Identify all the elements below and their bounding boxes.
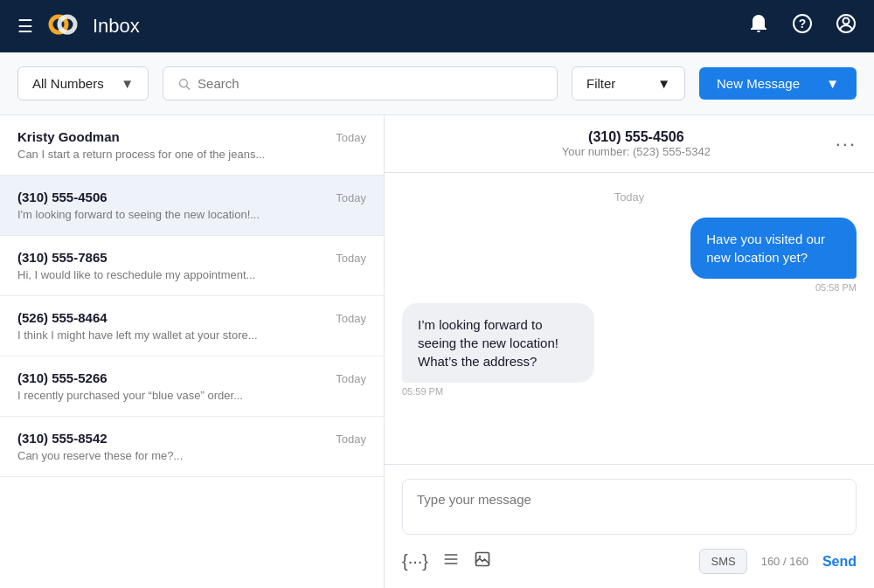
svg-text:?: ?: [799, 17, 807, 31]
conversation-time: Today: [336, 432, 366, 446]
all-numbers-dropdown[interactable]: All Numbers ▼: [17, 66, 149, 100]
svg-rect-10: [445, 563, 458, 564]
conversation-item[interactable]: (310) 555-5266 Today I recently purchase…: [0, 356, 384, 417]
conversation-name: (526) 555-8464: [17, 310, 108, 325]
sms-badge: SMS: [699, 549, 746, 574]
user-icon[interactable]: [836, 13, 857, 39]
chat-input-area: {···} SMS 160 / 1: [385, 464, 874, 588]
conversation-name: (310) 555-8542: [17, 431, 108, 446]
message-timestamp: 05:58 PM: [815, 282, 857, 293]
new-message-button[interactable]: New Message ▼: [699, 67, 857, 100]
filter-dropdown[interactable]: Filter ▼: [572, 66, 685, 100]
message-timestamp: 05:59 PM: [402, 386, 443, 397]
conversation-name: (310) 555-7865: [17, 250, 108, 265]
chat-panel: (310) 555-4506 Your number: (523) 555-53…: [385, 115, 874, 588]
chat-date-label: Today: [402, 190, 857, 204]
more-options-button[interactable]: ···: [836, 133, 857, 156]
image-icon[interactable]: [474, 550, 491, 572]
conversation-preview: Hi, I would like to reschedule my appoin…: [17, 268, 366, 281]
conversation-name: Kristy Goodman: [17, 129, 120, 144]
new-message-label: New Message: [717, 76, 800, 91]
app-title: Inbox: [93, 15, 140, 38]
toolbar: All Numbers ▼ Filter ▼ New Message ▼: [0, 52, 874, 115]
svg-point-12: [479, 556, 482, 558]
filter-chevron-icon: ▼: [657, 76, 670, 91]
conversation-time: Today: [336, 131, 366, 144]
conversation-name: (310) 555-5266: [17, 370, 108, 385]
conversation-item[interactable]: Kristy Goodman Today Can I start a retur…: [0, 115, 384, 176]
search-bar[interactable]: [163, 66, 558, 100]
conversation-item[interactable]: (310) 555-7865 Today Hi, I would like to…: [0, 236, 384, 296]
top-nav: ☰ Inbox ?: [0, 0, 874, 52]
svg-rect-8: [445, 554, 458, 556]
chat-your-number: Your number: (523) 555-5342: [437, 145, 836, 158]
message-input[interactable]: [402, 479, 857, 535]
conversation-item[interactable]: (310) 555-4506 Today I'm looking forward…: [0, 176, 384, 236]
message-bubble: Have you visited our new location yet?: [690, 218, 857, 279]
chat-messages: Today Have you visited our new location …: [385, 173, 874, 464]
list-icon[interactable]: [442, 550, 460, 572]
search-input[interactable]: [198, 76, 543, 91]
main-content: Kristy Goodman Today Can I start a retur…: [0, 115, 874, 588]
conversation-preview: Can I start a return process for one of …: [17, 148, 366, 161]
message-bubble: I’m looking forward to seeing the new lo…: [402, 303, 594, 383]
conversation-time: Today: [336, 372, 366, 385]
bell-icon[interactable]: [748, 13, 769, 39]
svg-line-7: [186, 86, 189, 88]
conversation-list: Kristy Goodman Today Can I start a retur…: [0, 115, 385, 588]
send-button[interactable]: Send: [822, 554, 857, 570]
message-row: Have you visited our new location yet?05…: [402, 218, 857, 293]
conversation-name: (310) 555-4506: [17, 190, 108, 204]
chevron-down-icon: ▼: [121, 76, 134, 91]
conversation-time: Today: [336, 252, 366, 265]
conversation-preview: Can you reserve these for me?...: [17, 449, 366, 462]
search-icon: [177, 77, 191, 91]
conversation-preview: I recently purchased your “blue vase” or…: [17, 389, 366, 402]
chat-header-info: (310) 555-4506 Your number: (523) 555-53…: [437, 129, 836, 158]
conversation-time: Today: [336, 312, 366, 325]
template-icon[interactable]: {···}: [402, 551, 428, 571]
chat-contact-phone: (310) 555-4506: [437, 129, 836, 145]
conversation-time: Today: [336, 191, 366, 204]
menu-icon[interactable]: ☰: [17, 16, 33, 37]
conversation-preview: I think I might have left my wallet at y…: [17, 329, 366, 342]
svg-rect-9: [445, 558, 458, 560]
input-toolbar: {···} SMS 160 / 1: [402, 549, 857, 574]
help-icon[interactable]: ?: [792, 13, 813, 39]
message-row: I’m looking forward to seeing the new lo…: [402, 303, 857, 397]
all-numbers-label: All Numbers: [32, 76, 104, 91]
filter-label: Filter: [586, 76, 615, 91]
conversation-item[interactable]: (526) 555-8464 Today I think I might hav…: [0, 296, 384, 356]
char-count: 160 / 160: [761, 555, 808, 568]
new-message-chevron-icon: ▼: [826, 76, 839, 91]
svg-point-5: [843, 18, 850, 24]
conversation-preview: I'm looking forward to seeing the new lo…: [17, 208, 366, 221]
logo: [47, 9, 79, 44]
conversation-item[interactable]: (310) 555-8542 Today Can you reserve the…: [0, 417, 384, 477]
chat-header: (310) 555-4506 Your number: (523) 555-53…: [385, 115, 874, 173]
